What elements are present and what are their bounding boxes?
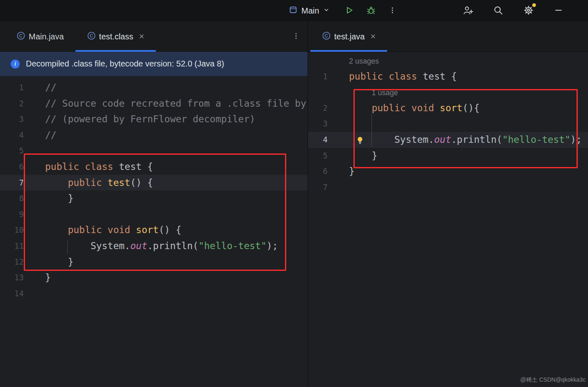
code-text — [43, 286, 308, 302]
run-config-label: Main — [301, 6, 319, 16]
line-number[interactable]: 5 — [0, 143, 43, 159]
line-number[interactable]: 12 — [0, 254, 43, 270]
line-number[interactable]: 13 — [0, 270, 43, 286]
code-line[interactable]: 7 public test() { — [0, 175, 308, 191]
left-code: 1//2// Source code recreated from a .cla… — [0, 80, 308, 301]
run-config-selector[interactable]: Main — [286, 4, 333, 18]
line-number[interactable]: 1 — [0, 80, 43, 96]
line-number[interactable]: 8 — [0, 190, 43, 206]
line-number[interactable] — [308, 53, 333, 69]
class-icon: C — [322, 31, 331, 42]
tab-test-class[interactable]: C test.class × — [75, 21, 156, 52]
minimize-icon — [554, 5, 563, 16]
code-line[interactable]: 3 — [308, 116, 588, 132]
code-line[interactable]: 9 — [0, 206, 308, 222]
code-text: // Source code recreated from a .class f… — [43, 96, 308, 112]
code-text: } — [333, 163, 588, 179]
run-config-icon — [289, 5, 298, 16]
code-text — [333, 116, 588, 132]
code-text: } — [43, 270, 308, 286]
code-line[interactable]: 2// Source code recreated from a .class … — [0, 96, 308, 112]
active-tab-underline — [75, 50, 156, 52]
tab-options-button[interactable] — [292, 31, 300, 42]
kebab-menu-icon — [388, 5, 397, 16]
line-number[interactable]: 4 — [308, 132, 333, 148]
line-number[interactable]: 6 — [308, 163, 333, 179]
line-number[interactable]: 9 — [0, 206, 43, 222]
line-number[interactable]: 10 — [0, 222, 43, 238]
line-number[interactable]: 2 — [0, 96, 43, 112]
close-tab-icon[interactable]: × — [370, 32, 376, 41]
notification-dot — [532, 3, 536, 7]
line-number[interactable]: 14 — [0, 286, 43, 302]
code-text — [43, 206, 308, 222]
more-actions-button[interactable] — [387, 5, 397, 17]
search-button[interactable] — [492, 4, 504, 18]
code-line[interactable]: 4// — [0, 127, 308, 143]
code-line[interactable]: 14 — [0, 286, 308, 302]
code-line[interactable]: 12 } — [0, 254, 308, 270]
intention-bulb-icon[interactable] — [356, 135, 365, 144]
settings-button[interactable] — [522, 4, 535, 18]
code-line[interactable]: 5 — [0, 143, 308, 159]
code-line[interactable]: 13} — [0, 270, 308, 286]
code-line[interactable]: 10 public void sort() { — [0, 222, 308, 238]
kebab-menu-icon — [292, 36, 300, 42]
code-line[interactable]: 2 usages — [308, 53, 588, 69]
minimize-button[interactable] — [553, 5, 564, 17]
main-toolbar: Main — [0, 0, 588, 21]
code-text: 2 usages — [333, 53, 588, 69]
run-icon — [344, 5, 354, 16]
class-icon: C — [16, 31, 25, 42]
debug-button[interactable] — [365, 5, 377, 17]
line-number[interactable]: 7 — [0, 175, 43, 191]
code-line[interactable]: 4 System.out.println("hello-test"); — [308, 132, 588, 148]
line-number[interactable]: 4 — [0, 127, 43, 143]
code-text: System.out.println("hello-test"); — [333, 132, 588, 148]
svg-text:C: C — [90, 33, 93, 38]
code-text: public class test { — [333, 69, 588, 85]
right-editor-pane: C test.java × 2 usages1public class test… — [308, 21, 588, 387]
code-line[interactable]: 6public class test { — [0, 159, 308, 175]
left-tab-bar: C Main.java C test.class × — [0, 21, 308, 52]
usage-inlay[interactable]: 1 usage — [371, 89, 398, 97]
code-line[interactable]: 3// (powered by FernFlower decompiler) — [0, 111, 308, 127]
right-editor[interactable]: 2 usages1public class test { 1 usage2 pu… — [308, 52, 588, 387]
code-text — [43, 143, 308, 159]
line-number[interactable]: 7 — [308, 179, 333, 195]
tab-label: Main.java — [29, 32, 64, 41]
code-line[interactable]: 1 usage — [308, 84, 588, 100]
add-user-button[interactable] — [462, 4, 474, 18]
code-line[interactable]: 11 System.out.println("hello-test"); — [0, 238, 308, 254]
code-line[interactable]: 1public class test { — [308, 69, 588, 85]
code-line[interactable]: 6} — [308, 163, 588, 179]
left-editor[interactable]: 1//2// Source code recreated from a .cla… — [0, 76, 308, 387]
indent-guide — [371, 114, 372, 147]
line-number[interactable] — [308, 84, 333, 100]
line-number[interactable]: 1 — [308, 69, 333, 85]
code-text: // — [43, 80, 308, 96]
line-number[interactable]: 5 — [308, 148, 333, 164]
code-line[interactable]: 7 — [308, 179, 588, 195]
code-line[interactable]: 8 } — [0, 190, 308, 206]
code-text: } — [333, 148, 588, 164]
tab-main-java[interactable]: C Main.java — [5, 21, 75, 52]
line-number[interactable]: 6 — [0, 159, 43, 175]
line-number[interactable]: 11 — [0, 238, 43, 254]
chevron-down-icon — [323, 6, 330, 15]
line-number[interactable]: 2 — [308, 100, 333, 116]
run-button[interactable] — [343, 5, 355, 17]
ide-window: Main — [0, 0, 588, 387]
tab-test-java[interactable]: C test.java × — [310, 21, 387, 52]
usage-inlay[interactable]: 2 usages — [349, 57, 379, 65]
svg-text:C: C — [19, 33, 23, 38]
code-text: // (powered by FernFlower decompiler) — [43, 111, 308, 127]
search-icon — [493, 5, 504, 17]
code-text: public test() { — [43, 175, 308, 191]
code-line[interactable]: 1// — [0, 80, 308, 96]
line-number[interactable]: 3 — [308, 116, 333, 132]
code-line[interactable]: 2 public void sort(){ — [308, 100, 588, 116]
code-line[interactable]: 5 } — [308, 148, 588, 164]
close-tab-icon[interactable]: × — [139, 32, 144, 41]
line-number[interactable]: 3 — [0, 111, 43, 127]
